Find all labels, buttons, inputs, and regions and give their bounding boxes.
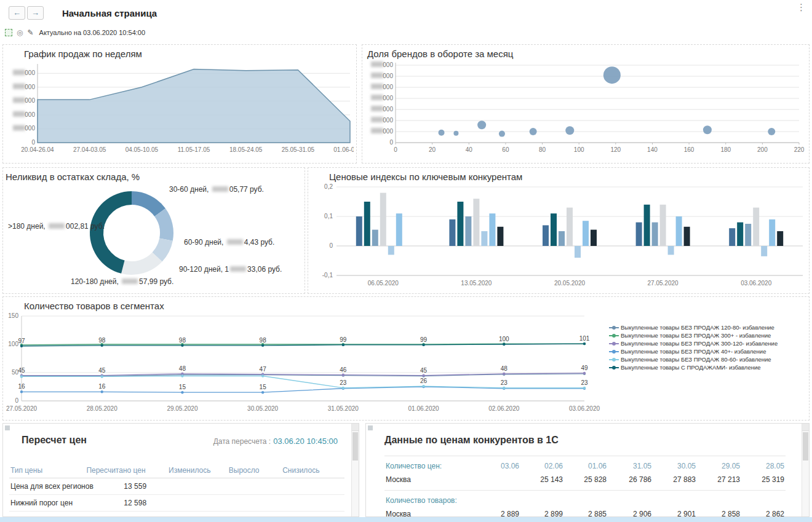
svg-text:27.05.2020: 27.05.2020 bbox=[6, 405, 37, 412]
scroll-up-button[interactable] bbox=[802, 424, 809, 431]
legend-item: Выкупленные товары БЕЗ ПРОДАЖ 300+ - изб… bbox=[609, 332, 778, 339]
svg-text:48: 48 bbox=[501, 365, 508, 372]
scroll-thumb[interactable] bbox=[352, 432, 358, 461]
svg-text:180: 180 bbox=[720, 146, 731, 153]
recalc-header-row: Тип ценыПересчитано ценИзменилосьВыросло… bbox=[9, 463, 344, 478]
legend-item: Выкупленные товары БЕЗ ПРОДАЖ 120-80- из… bbox=[609, 324, 778, 331]
svg-text:000: 000 bbox=[383, 117, 393, 124]
svg-text:13.05.2020: 13.05.2020 bbox=[461, 280, 492, 287]
forward-button[interactable]: → bbox=[27, 6, 44, 20]
column-header[interactable]: Пересчитано цен bbox=[85, 463, 167, 478]
svg-text:-0,1: -0,1 bbox=[322, 272, 333, 279]
svg-text:30.05.2020: 30.05.2020 bbox=[247, 405, 278, 412]
svg-text:000: 000 bbox=[383, 106, 393, 113]
panel-price-indices: Ценовые индексы по ключевым конкурентам … bbox=[308, 167, 810, 294]
svg-text:20.05.2020: 20.05.2020 bbox=[554, 280, 585, 287]
back-button[interactable]: ← bbox=[9, 6, 25, 20]
svg-text:000: 000 bbox=[383, 73, 393, 79]
svg-text:06.05.2020: 06.05.2020 bbox=[368, 280, 399, 287]
chart-title: Ценовые индексы по ключевым конкурентам bbox=[329, 172, 809, 182]
more-menu-icon[interactable]: ⋮ bbox=[797, 2, 806, 13]
column-header[interactable]: Изменилось bbox=[167, 463, 228, 478]
svg-text:03.06.2020: 03.06.2020 bbox=[569, 405, 600, 412]
svg-text:40: 40 bbox=[466, 146, 473, 153]
svg-text:0: 0 bbox=[389, 139, 393, 146]
back-arrow-icon: ← bbox=[13, 8, 21, 17]
donut-slice-label: 90-120 дней, 133,06 руб. bbox=[179, 265, 282, 274]
svg-text:101: 101 bbox=[579, 335, 590, 342]
svg-text:15: 15 bbox=[260, 384, 267, 390]
brand-share-bubble-chart: 0000000000000000000000020406080100120140… bbox=[365, 59, 806, 160]
column-header[interactable]: Снизилось bbox=[281, 463, 344, 478]
svg-text:11.05-17.05: 11.05-17.05 bbox=[178, 146, 210, 153]
status-bar: ◎ ✎ Актуально на 03.06.2020 10:54:00 bbox=[5, 27, 145, 38]
section-header-row: Количество цен:03.0602.0601.0631.0530.05… bbox=[384, 456, 786, 473]
svg-text:45: 45 bbox=[98, 367, 106, 374]
legend-marker-icon bbox=[609, 335, 619, 336]
column-header[interactable]: Выросло bbox=[228, 463, 281, 478]
panel-goods-segments: Количество товаров в сегментах 050100150… bbox=[2, 296, 810, 421]
svg-text:000: 000 bbox=[383, 95, 393, 101]
svg-text:23: 23 bbox=[581, 379, 588, 386]
svg-text:160: 160 bbox=[684, 146, 695, 153]
svg-text:49: 49 bbox=[581, 365, 588, 371]
segments-line-chart: 05010015027.05.202028.05.202029.05.20203… bbox=[3, 311, 603, 417]
svg-text:0: 0 bbox=[15, 397, 18, 404]
svg-text:45: 45 bbox=[420, 367, 428, 374]
svg-text:220: 220 bbox=[794, 146, 805, 153]
svg-text:26: 26 bbox=[420, 378, 428, 384]
illiquid-donut-chart bbox=[79, 181, 184, 285]
scroll-up-button[interactable] bbox=[352, 424, 359, 431]
recalc-date: Дата пересчета :03.06.20 10:45:00 bbox=[213, 437, 338, 446]
legend-marker-icon bbox=[609, 367, 619, 368]
brush-icon[interactable]: ✎ bbox=[27, 29, 33, 36]
svg-text:000: 000 bbox=[383, 84, 393, 90]
donut-slice-label: 60-90 дней, 4,43 руб. bbox=[184, 238, 274, 247]
data-row[interactable]: Москва25 14325 82826 78627 88327 21325 3… bbox=[384, 473, 786, 486]
page-title: Начальная страница bbox=[62, 8, 157, 18]
svg-text:000: 000 bbox=[25, 84, 35, 90]
price-type-row[interactable]: Цена для всех регионов13 559 bbox=[9, 478, 344, 495]
legend-label: Выкупленные товары С ПРОДАЖАМИ- избавлен… bbox=[621, 364, 761, 371]
price-type-row[interactable]: Нижний порог цен12 598 bbox=[9, 495, 344, 512]
price-index-bar-chart: -0,100,10,206.05.202013.05.202020.05.202… bbox=[311, 182, 808, 290]
recalc-scrollbar[interactable] bbox=[351, 424, 359, 516]
dashboard-grid-icon[interactable] bbox=[5, 29, 12, 36]
svg-text:01.06-07.06: 01.06-07.06 bbox=[333, 146, 354, 153]
eye-icon[interactable]: ◎ bbox=[17, 29, 23, 36]
svg-text:000: 000 bbox=[25, 69, 35, 76]
chart-title: Доля брендов в обороте за месяц bbox=[367, 49, 809, 59]
horizontal-scrollbar[interactable] bbox=[0, 517, 812, 522]
svg-text:97: 97 bbox=[18, 338, 25, 344]
svg-text:45: 45 bbox=[18, 367, 25, 374]
svg-text:01.06.2020: 01.06.2020 bbox=[408, 405, 439, 412]
legend-item: Выкупленные товары БЕЗ ПРОДАЖ 40+- избав… bbox=[609, 348, 778, 355]
price-type-row[interactable]: Единая цена78 bbox=[9, 512, 344, 518]
chart-legend: Выкупленные товары БЕЗ ПРОДАЖ 120-80- из… bbox=[609, 324, 778, 371]
app-window: ← → Начальная страница ⋮ ◎ ✎ Актуально н… bbox=[0, 0, 812, 522]
legend-marker-icon bbox=[609, 351, 619, 352]
recalc-date-value: 03.06.20 10:45:00 bbox=[273, 437, 338, 446]
svg-text:16: 16 bbox=[98, 383, 106, 390]
svg-text:99: 99 bbox=[420, 336, 428, 343]
legend-label: Выкупленные товары БЕЗ ПРОДАЖ 300-120- и… bbox=[621, 340, 778, 347]
legend-marker-icon bbox=[609, 359, 619, 360]
svg-text:04.05-10.05: 04.05-10.05 bbox=[125, 146, 159, 153]
svg-text:31.05.2020: 31.05.2020 bbox=[328, 405, 359, 412]
data-row[interactable]: Москва2 8892 8992 8852 9062 9012 8582 86… bbox=[384, 507, 786, 518]
svg-text:000: 000 bbox=[25, 111, 35, 118]
scroll-thumb[interactable] bbox=[803, 432, 808, 461]
column-header[interactable]: Тип цены bbox=[9, 463, 85, 478]
legend-label: Выкупленные товары БЕЗ ПРОДАЖ 40+- избав… bbox=[621, 348, 766, 355]
svg-text:200: 200 bbox=[757, 146, 768, 153]
panel-price-recalc: Пересчет цен Дата пересчета :03.06.20 10… bbox=[2, 423, 359, 517]
svg-text:48: 48 bbox=[179, 365, 186, 372]
svg-text:27.04-03.05: 27.04-03.05 bbox=[73, 146, 106, 153]
panel-sales-by-week: График продаж по неделям 000000000000000… bbox=[2, 44, 357, 164]
competitors-scrollbar[interactable] bbox=[802, 424, 809, 516]
legend-label: Выкупленные товары БЕЗ ПРОДАЖ 80-60- изб… bbox=[621, 356, 771, 363]
panel-grip-icon bbox=[368, 425, 373, 430]
legend-marker-icon bbox=[609, 327, 619, 328]
legend-item: Выкупленные товары С ПРОДАЖАМИ- избавлен… bbox=[609, 364, 778, 371]
svg-text:0,1: 0,1 bbox=[324, 213, 333, 219]
